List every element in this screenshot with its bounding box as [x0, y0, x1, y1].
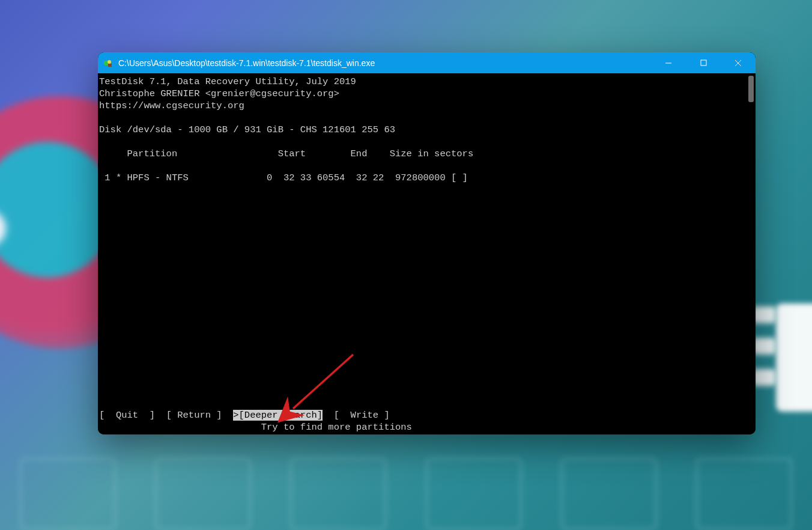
blank-line	[98, 160, 756, 172]
close-icon	[735, 59, 742, 67]
titlebar[interactable]: C:\Users\Asus\Desktop\testdisk-7.1.win\t…	[98, 52, 756, 73]
menu-item-quit[interactable]: [ Quit ]	[99, 410, 155, 421]
blank-line	[98, 112, 756, 124]
desktop-bg-slits	[752, 306, 776, 400]
desktop-bg-bottom	[0, 452, 812, 530]
terminal-window: C:\Users\Asus\Desktop\testdisk-7.1.win\t…	[98, 52, 756, 434]
minimize-button[interactable]	[651, 52, 686, 73]
menu-item-deeper search[interactable]: >[Deeper Search]	[233, 410, 323, 421]
desktop-bg-block	[776, 303, 812, 412]
svg-point-1	[108, 60, 111, 64]
menu-item-write[interactable]: [ Write ]	[334, 410, 390, 421]
partition-header: Partition Start End Size in sectors	[98, 148, 756, 160]
minimize-icon	[665, 59, 672, 67]
blank-line	[98, 136, 756, 148]
header-line-2: Christophe GRENIER <grenier@cgsecurity.o…	[98, 88, 756, 100]
maximize-button[interactable]	[686, 52, 721, 73]
close-button[interactable]	[721, 52, 756, 73]
terminal-body[interactable]: TestDisk 7.1, Data Recovery Utility, Jul…	[98, 73, 756, 434]
app-icon	[103, 58, 114, 69]
window-title: C:\Users\Asus\Desktop\testdisk-7.1.win\t…	[118, 58, 651, 68]
scrollbar-thumb[interactable]	[748, 76, 754, 102]
header-line-3: https://www.cgsecurity.org	[98, 100, 756, 112]
header-line-1: TestDisk 7.1, Data Recovery Utility, Jul…	[98, 76, 756, 88]
menu-hint: Try to find more partitions	[99, 421, 756, 433]
svg-rect-4	[701, 60, 706, 65]
window-controls	[651, 52, 756, 73]
partition-row: 1 * HPFS - NTFS 0 32 33 60554 32 22 9728…	[98, 172, 756, 184]
disk-line: Disk /dev/sda - 1000 GB / 931 GiB - CHS …	[98, 124, 756, 136]
svg-rect-2	[108, 64, 112, 67]
maximize-icon	[700, 59, 707, 66]
menu-row: [ Quit ] [ Return ] >[Deeper Search] [ W…	[99, 409, 390, 421]
menu-item-return[interactable]: [ Return ]	[166, 410, 222, 421]
